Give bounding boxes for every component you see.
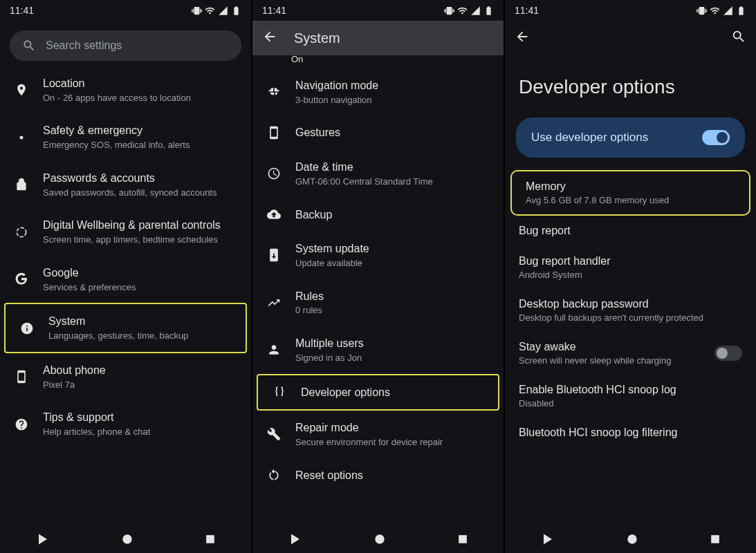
nav-recent-icon[interactable] xyxy=(458,534,468,544)
dev-toggle-label: Use developer options xyxy=(531,131,648,144)
svg-point-6 xyxy=(627,534,636,543)
status-icons xyxy=(192,6,241,16)
highlight-system: SystemLanguages, gestures, time, backup xyxy=(4,303,247,353)
status-bar: 11:41 xyxy=(252,0,504,21)
settings-safety[interactable]: Safety & emergencyEmergency SOS, medical… xyxy=(0,113,251,160)
svg-point-0 xyxy=(20,135,24,139)
system-gestures[interactable]: Gestures xyxy=(252,115,504,150)
settings-wellbeing[interactable]: Digital Wellbeing & parental controlsScr… xyxy=(0,208,251,255)
update-icon xyxy=(267,248,281,262)
info-icon xyxy=(20,321,34,335)
clock-icon xyxy=(267,167,281,180)
dev-titlebar xyxy=(505,21,756,55)
phone-icon xyxy=(15,370,28,384)
system-reset[interactable]: Reset options xyxy=(252,458,504,493)
wifi-icon xyxy=(205,6,215,16)
settings-location[interactable]: LocationOn - 26 apps have access to loca… xyxy=(0,66,251,113)
svg-point-1 xyxy=(17,227,26,236)
vibrate-icon xyxy=(192,6,202,16)
settings-about[interactable]: About phonePixel 7a xyxy=(0,353,251,400)
signal-icon xyxy=(470,6,481,16)
settings-screen: 11:41 Search settings LocationOn - 26 ap… xyxy=(0,0,251,553)
gesture-icon xyxy=(267,126,281,140)
nav-back-icon[interactable] xyxy=(289,533,302,545)
search-settings[interactable]: Search settings xyxy=(10,30,241,61)
nav-home-icon[interactable] xyxy=(627,534,638,545)
status-bar: 11:41 xyxy=(0,0,251,21)
repair-icon xyxy=(267,427,281,441)
system-datetime[interactable]: Date & timeGMT-06:00 Central Standard Ti… xyxy=(252,150,504,197)
key-icon xyxy=(15,178,28,191)
status-time: 11:41 xyxy=(515,5,539,16)
switch-on[interactable] xyxy=(702,130,730,145)
help-icon xyxy=(15,418,28,431)
partial-row-subtitle: On xyxy=(252,55,504,64)
settings-google[interactable]: GoogleServices & preferences xyxy=(0,256,251,303)
settings-passwords[interactable]: Passwords & accountsSaved passwords, aut… xyxy=(0,161,251,208)
system-devoptions[interactable]: Developer options xyxy=(258,375,498,410)
dev-memory[interactable]: Memory Avg 5.6 GB of 7.8 GB memory used xyxy=(512,171,749,214)
dev-bugreport-handler[interactable]: Bug report handler Android System xyxy=(505,246,756,289)
settings-system[interactable]: SystemLanguages, gestures, time, backup xyxy=(6,304,246,351)
nav-recent-icon[interactable] xyxy=(710,534,720,544)
vibrate-icon xyxy=(697,6,707,16)
wifi-icon xyxy=(457,6,468,16)
devoptions-list: Memory Avg 5.6 GB of 7.8 GB memory used … xyxy=(505,170,756,525)
system-multiusers[interactable]: Multiple usersSigned in as Jon xyxy=(252,326,504,373)
nav-recent-icon[interactable] xyxy=(205,534,215,544)
signal-icon xyxy=(218,6,228,16)
system-update[interactable]: System updateUpdate available xyxy=(252,232,504,279)
status-icons xyxy=(697,6,746,16)
reset-icon xyxy=(267,468,281,482)
nav-bar xyxy=(0,525,251,553)
system-backup[interactable]: Backup xyxy=(252,198,504,232)
signal-icon xyxy=(723,6,733,16)
status-time: 11:41 xyxy=(262,5,286,16)
wellbeing-icon xyxy=(15,225,28,239)
location-icon xyxy=(15,83,28,97)
battery-icon xyxy=(736,6,746,16)
status-time: 11:41 xyxy=(10,5,34,16)
highlight-memory: Memory Avg 5.6 GB of 7.8 GB memory used xyxy=(510,170,750,216)
system-navigation-mode[interactable]: Navigation mode3-button navigation xyxy=(252,68,504,115)
system-rules[interactable]: Rules0 rules xyxy=(252,279,504,326)
system-list: On Navigation mode3-button navigation Ge… xyxy=(252,55,504,525)
dev-bt-hci-log[interactable]: Enable Bluetooth HCI snoop log Disabled xyxy=(505,375,756,418)
settings-tips[interactable]: Tips & supportHelp articles, phone & cha… xyxy=(0,400,251,447)
settings-list: LocationOn - 26 apps have access to loca… xyxy=(0,66,251,525)
dev-bugreport[interactable]: Bug report xyxy=(505,216,756,246)
dev-bt-hci-filter[interactable]: Bluetooth HCI snoop log filtering xyxy=(505,418,756,448)
dev-stay-awake[interactable]: Stay awake Screen will never sleep while… xyxy=(505,332,756,375)
devoptions-screen: 11:41 Developer options Use developer op… xyxy=(505,0,756,553)
back-button[interactable] xyxy=(515,29,530,47)
rules-icon xyxy=(267,296,281,310)
dev-desktop-backup[interactable]: Desktop backup password Desktop full bac… xyxy=(505,289,756,332)
google-icon xyxy=(15,272,28,286)
system-screen: 11:41 System On Navigation mode3-button … xyxy=(252,0,504,553)
battery-icon xyxy=(231,6,241,16)
backup-icon xyxy=(267,207,281,221)
nav-bar xyxy=(252,525,504,553)
vibrate-icon xyxy=(444,6,454,16)
back-button[interactable] xyxy=(262,29,277,47)
nav-home-icon[interactable] xyxy=(374,534,385,545)
status-bar: 11:41 xyxy=(505,0,756,21)
switch-off[interactable] xyxy=(714,346,742,361)
nav-back-icon[interactable] xyxy=(542,533,554,545)
system-titlebar: System xyxy=(252,21,504,55)
page-title: System xyxy=(294,30,340,46)
svg-point-2 xyxy=(122,534,131,543)
user-icon xyxy=(267,343,281,357)
search-button[interactable] xyxy=(731,29,746,47)
svg-point-4 xyxy=(375,534,384,543)
nav-bar xyxy=(505,525,756,553)
svg-rect-3 xyxy=(206,535,214,543)
dev-master-toggle[interactable]: Use developer options xyxy=(516,118,745,158)
wifi-icon xyxy=(710,6,720,16)
battery-icon xyxy=(483,6,494,16)
nav-icon xyxy=(267,85,281,99)
nav-home-icon[interactable] xyxy=(122,534,133,545)
braces-icon xyxy=(273,385,286,399)
nav-back-icon[interactable] xyxy=(37,533,49,545)
system-repair[interactable]: Repair modeSecure environment for device… xyxy=(252,411,504,458)
